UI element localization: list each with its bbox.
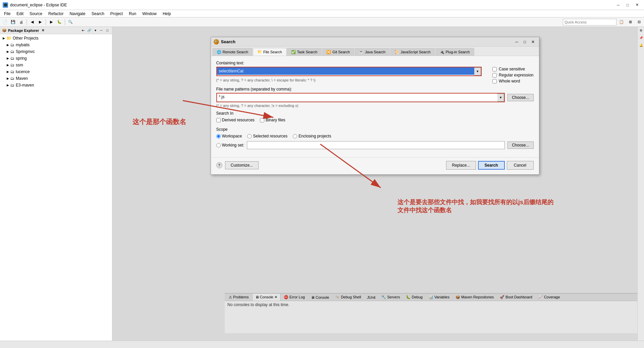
scope-enclosing-radio[interactable] (293, 134, 297, 138)
close-sidebar-icon[interactable]: ✕ (42, 28, 44, 32)
menu-source[interactable]: Source (27, 10, 45, 17)
project-ssm-icon: 🗂 (10, 63, 14, 67)
tab-javascript-search[interactable]: 📜 JavaScript Search (390, 48, 435, 56)
file-name-dropdown[interactable]: ▼ (497, 94, 504, 102)
right-panel-btn1[interactable]: ⚙ (638, 27, 644, 34)
dialog-title-bar: 🔍 Search ─ □ ✕ (211, 37, 539, 47)
expand-mybatis-icon: ▶ (7, 43, 9, 47)
scope-selected-radio[interactable] (247, 134, 252, 138)
expand-maven-icon: ▶ (7, 77, 9, 80)
menu-edit[interactable]: Edit (14, 10, 26, 17)
tree-item-spring[interactable]: ▶ 🗂 spring (0, 55, 112, 62)
footer-right: Replace... Search Cancel (446, 161, 533, 170)
expand-spring-icon: ▶ (7, 57, 9, 60)
tab-remote-search[interactable]: 🌐 Remote Search (212, 48, 253, 56)
scope-enclosing-item: Enclosing projects (293, 134, 331, 138)
working-set-input[interactable] (247, 141, 505, 149)
maximize-button[interactable]: □ (623, 2, 632, 8)
tree-item-mybatis[interactable]: ▶ 🗂 mybatis (0, 42, 112, 48)
replace-button[interactable]: Replace... (446, 161, 476, 170)
link-editor-button[interactable]: 🔗 (87, 28, 92, 33)
new-button[interactable]: 📄 (1, 18, 9, 26)
tree-item-springmvc[interactable]: ▶ 🗂 Springmvc (0, 48, 112, 55)
derived-resources-checkbox[interactable] (216, 118, 221, 122)
tree-item-lucence[interactable]: ▶ 🗂 lucence (0, 68, 112, 75)
perspective-button[interactable]: ⊞ (627, 18, 634, 26)
expand-springmvc-icon: ▶ (7, 50, 9, 53)
regular-expression-checkbox[interactable] (492, 73, 497, 77)
expand-e3maven-icon: ▶ (7, 83, 9, 87)
footer-left: ? Customize... (216, 161, 259, 169)
tab-file-search-label: File Search (263, 50, 282, 54)
menu-file[interactable]: File (1, 10, 13, 17)
menu-project[interactable]: Project (108, 10, 125, 17)
working-set-choose-button[interactable]: Choose... (507, 141, 533, 149)
tab-git-search[interactable]: 🔀 Git Search (322, 48, 354, 56)
close-button[interactable]: ✕ (633, 2, 641, 8)
maximize-sidebar-button[interactable]: □ (105, 28, 110, 33)
minimize-sidebar-button[interactable]: ─ (99, 28, 104, 33)
scope-working-set-radio[interactable] (216, 143, 221, 148)
case-sensitive-checkbox[interactable] (492, 67, 497, 71)
save-button[interactable]: 💾 (9, 18, 17, 26)
file-name-input[interactable] (217, 94, 498, 100)
open-perspective-button[interactable]: ⊟ (635, 18, 643, 26)
dialog-minimize-button[interactable]: ─ (514, 39, 520, 45)
title-bar-controls: ─ □ ✕ (614, 2, 641, 8)
dialog-tabs: 🌐 Remote Search 📁 File Search ✅ Task Sea… (211, 47, 539, 56)
collapse-all-button[interactable]: ⇤ (80, 28, 86, 33)
derived-resources-item: Derived resources (216, 118, 255, 122)
dialog-close-button[interactable]: ✕ (530, 39, 536, 45)
tab-java-search-label: Java Search (365, 50, 385, 54)
regular-expression-label: Regular expression (499, 73, 533, 77)
menu-window[interactable]: Window (140, 10, 159, 17)
scope-workspace-radio[interactable] (216, 134, 221, 138)
scope-enclosing-label: Enclosing projects (299, 134, 331, 138)
tree-item-e3maven[interactable]: ▶ 🗂 E3-maven (0, 82, 112, 89)
menu-search[interactable]: Search (89, 10, 107, 17)
debug-button[interactable]: 🐛 (56, 18, 63, 26)
dialog-title-left: 🔍 Search (214, 39, 235, 45)
project-mybatis-icon: 🗂 (10, 43, 14, 47)
minimize-button[interactable]: ─ (614, 2, 623, 8)
binary-files-checkbox[interactable] (260, 118, 264, 122)
help-icon[interactable]: ? (216, 162, 222, 168)
tab-file-search[interactable]: 📁 File Search (253, 48, 286, 56)
search-toolbar-button[interactable]: 🔍 (67, 18, 74, 26)
tree-item-maven[interactable]: ▶ 🗂 Maven (0, 75, 112, 82)
whole-word-checkbox[interactable] (492, 79, 497, 83)
right-panel-btn2[interactable]: 📌 (638, 34, 644, 42)
quick-access-icon[interactable]: 📋 (618, 18, 625, 26)
java-search-icon: ☕ (359, 50, 364, 54)
quick-access-input[interactable] (563, 19, 616, 25)
run-button[interactable]: ▶ (48, 18, 55, 26)
tree-item-ssm[interactable]: ▶ 🗂 ssm (0, 62, 112, 68)
menu-help[interactable]: Help (160, 10, 174, 17)
app-icon: 🌑 (3, 2, 8, 8)
forward-button[interactable]: ▶ (37, 18, 44, 26)
quick-access-bar: 📋 ⊞ ⊟ (563, 18, 643, 26)
right-panel-btn3[interactable]: 🔔 (638, 42, 644, 49)
menu-refactor[interactable]: Refactor (46, 10, 66, 17)
menu-run[interactable]: Run (126, 10, 139, 17)
tab-plugin-search[interactable]: 🔌 Plug-in Search (435, 48, 474, 56)
tab-java-search[interactable]: ☕ Java Search (355, 48, 390, 56)
dialog-title-text: Search (221, 39, 235, 44)
tab-task-search[interactable]: ✅ Task Search (287, 48, 322, 56)
toolbar: 📄 💾 🖨 ◀ ▶ ▶ 🐛 🔍 📋 ⊞ ⊟ (0, 17, 644, 27)
search-button[interactable]: Search (478, 161, 505, 170)
containing-text-label: Containing text: (216, 61, 534, 65)
customize-button[interactable]: Customize... (225, 161, 259, 169)
tree-item-other-projects[interactable]: ▶ 📁 Other Projects (0, 35, 112, 42)
view-menu-button[interactable]: ▾ (93, 28, 98, 33)
menu-navigate[interactable]: Navigate (67, 10, 88, 17)
containing-text-dropdown[interactable]: ▼ (474, 67, 481, 75)
cancel-button[interactable]: Cancel (507, 161, 534, 170)
back-button[interactable]: ◀ (29, 18, 36, 26)
dialog-maximize-button[interactable]: □ (522, 39, 528, 45)
file-choose-button[interactable]: Choose... (507, 94, 533, 101)
working-set-row: Working set: Choose... (216, 141, 534, 149)
title-bar-left: 🌑 document_eclipse - Eclipse IDE (3, 2, 67, 8)
print-button[interactable]: 🖨 (17, 18, 25, 26)
containing-text-input[interactable] (217, 67, 475, 75)
